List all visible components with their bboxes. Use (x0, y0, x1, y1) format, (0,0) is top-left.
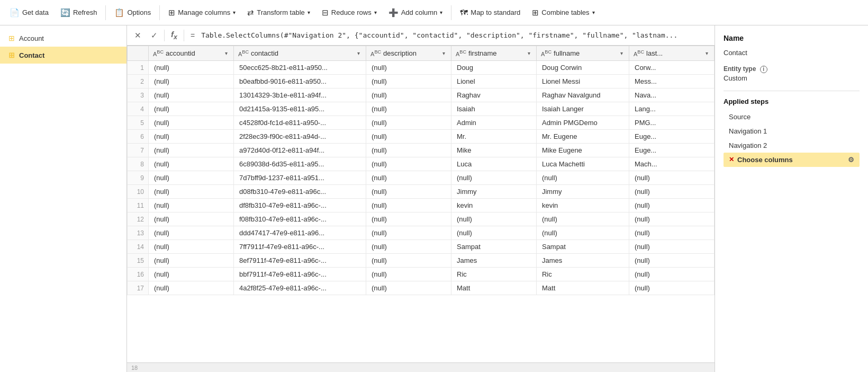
cell-accountid: (null) (149, 268, 234, 281)
map-icon: 🗺 (460, 8, 468, 17)
cell-accountid: (null) (149, 185, 234, 199)
cell-last: (null) (629, 199, 715, 212)
sidebar-item-contact[interactable]: ⊞ Contact (0, 47, 126, 64)
cell-contactid: 50ecc625-8b21-e811-a950... (233, 61, 366, 75)
col-filter-firstname[interactable]: ▾ (526, 50, 532, 57)
step-delete-icon[interactable]: ✕ (729, 156, 734, 163)
table-row: 4(null)0d21415a-9135-e811-a95...(null)Is… (128, 102, 715, 116)
table-row: 9(null)7d7bff9d-1237-e811-a951...(null)(… (128, 171, 715, 185)
sidebar-item-account[interactable]: ⊞ Account (0, 30, 126, 47)
step-navigation1[interactable]: Navigation 1 (724, 124, 860, 138)
col-header-fullname: ABC fullname ▾ (536, 46, 629, 61)
sidebar: ⊞ Account ⊞ Contact (0, 25, 127, 372)
cell-fullname: James (536, 254, 629, 268)
col-filter-contactid[interactable]: ▾ (356, 50, 361, 57)
reduce-rows-button[interactable]: ⊟ Reduce rows ▾ (317, 5, 382, 21)
cell-fullname: kevin (536, 199, 629, 212)
add-column-button[interactable]: ➕ Add column ▾ (383, 5, 448, 21)
row-num-cell: 3 (128, 88, 149, 102)
data-table-container[interactable]: ABC accountid ▾ ABC contactid (127, 46, 715, 362)
cell-description: (null) (366, 102, 451, 116)
row-num-cell: 5 (128, 116, 149, 130)
cell-contactid: bbf7911f-47e9-e811-a96c-... (233, 268, 366, 281)
row-num-cell: 12 (128, 212, 149, 226)
cell-contactid: df8fb310-47e9-e811-a96c-... (233, 199, 366, 212)
row-num-cell: 9 (128, 171, 149, 185)
col-type-description: ABC (370, 49, 381, 57)
table-row: 15(null)8ef7911f-47e9-e811-a96c-...(null… (128, 254, 715, 268)
col-type-contactid: ABC (238, 49, 249, 57)
add-column-dropdown-icon: ▾ (440, 10, 442, 15)
cell-description: (null) (366, 254, 451, 268)
cell-contactid: 4a2f8f25-47e9-e811-a96c-... (233, 281, 366, 295)
transform-table-button[interactable]: ⇄ Transform table ▾ (242, 5, 315, 21)
cell-description: (null) (366, 157, 451, 171)
col-type-fullname: ABC (541, 49, 551, 57)
step-source[interactable]: Source (724, 110, 860, 124)
cell-description: (null) (366, 144, 451, 157)
step-settings-icon[interactable]: ⚙ (848, 156, 854, 164)
cell-firstname: Doug (451, 61, 537, 75)
combine-icon: ⊞ (532, 8, 539, 17)
row-num-cell: 17 (128, 281, 149, 295)
cell-description: (null) (366, 116, 451, 130)
rp-name-value: Contact (724, 49, 860, 57)
toolbar: 📄 Get data 🔄 Refresh 📋 Options ⊞ Manage … (0, 0, 868, 25)
formula-divider-2 (184, 30, 184, 41)
cancel-formula-button[interactable]: ✕ (131, 30, 144, 41)
cell-fullname: Matt (536, 281, 629, 295)
col-filter-accountid[interactable]: ▾ (223, 50, 229, 57)
entity-type-info-icon[interactable]: i (760, 66, 767, 73)
cell-firstname: Mr. (451, 130, 537, 144)
formula-divider (164, 30, 165, 41)
col-type-accountid: ABC (153, 49, 164, 57)
col-filter-fullname[interactable]: ▾ (619, 50, 625, 57)
formula-text: Table.SelectColumns(#"Navigation 2", {"a… (201, 31, 710, 39)
rp-name-section-title: Name (724, 34, 860, 42)
options-button[interactable]: 📋 Options (109, 5, 156, 21)
cell-accountid: (null) (149, 144, 234, 157)
col-header-description: ABC description ▾ (366, 46, 451, 61)
cell-accountid: (null) (149, 130, 234, 144)
cell-last: Mess... (629, 75, 715, 88)
rp-applied-steps-title: Applied steps (724, 98, 860, 105)
cell-accountid: (null) (149, 254, 234, 268)
main-layout: ⊞ Account ⊞ Contact ✕ ✓ fx = Table.Selec… (0, 25, 868, 372)
refresh-button[interactable]: 🔄 Refresh (55, 5, 103, 21)
combine-tables-button[interactable]: ⊞ Combine tables ▾ (527, 5, 600, 21)
cell-description: (null) (366, 88, 451, 102)
step-navigation2[interactable]: Navigation 2 (724, 138, 860, 153)
cell-accountid: (null) (149, 61, 234, 75)
content-area: ✕ ✓ fx = Table.SelectColumns(#"Navigatio… (127, 25, 715, 372)
add-column-icon: ➕ (388, 8, 399, 17)
get-data-icon: 📄 (10, 8, 20, 17)
cell-fullname: Jimmy (536, 185, 629, 199)
cell-contactid: a972d40d-0f12-e811-a94f... (233, 144, 366, 157)
step-choose-columns[interactable]: ✕ Choose columns ⚙ (724, 153, 860, 167)
cell-description: (null) (366, 281, 451, 295)
cell-last: Mach... (629, 157, 715, 171)
table-row: 5(null)c4528f0d-fc1d-e811-a950-...(null)… (128, 116, 715, 130)
combine-dropdown-icon: ▾ (592, 10, 595, 15)
table-row: 8(null)6c89038d-6d35-e811-a95...(null)Lu… (128, 157, 715, 171)
confirm-formula-button[interactable]: ✓ (148, 30, 161, 41)
cell-last: Lang... (629, 102, 715, 116)
options-icon: 📋 (114, 8, 124, 17)
cell-description: (null) (366, 240, 451, 254)
row-num-cell: 4 (128, 102, 149, 116)
function-button[interactable]: fx (168, 29, 180, 42)
col-header-last: ABC last... ▾ (629, 46, 715, 61)
cell-contactid: d08fb310-47e9-e811-a96c... (233, 185, 366, 199)
cell-accountid: (null) (149, 212, 234, 226)
cell-firstname: Mike (451, 144, 537, 157)
rp-entity-type-value: Custom (724, 74, 860, 82)
cell-description: (null) (366, 61, 451, 75)
cell-accountid: (null) (149, 171, 234, 185)
cell-description: (null) (366, 226, 451, 240)
col-filter-last[interactable]: ▾ (704, 50, 710, 57)
map-to-standard-button[interactable]: 🗺 Map to standard (455, 5, 526, 20)
col-filter-description[interactable]: ▾ (441, 50, 447, 57)
table-row: 11(null)df8fb310-47e9-e811-a96c-...(null… (128, 199, 715, 212)
get-data-button[interactable]: 📄 Get data (4, 5, 54, 21)
manage-columns-button[interactable]: ⊞ Manage columns ▾ (163, 5, 241, 21)
